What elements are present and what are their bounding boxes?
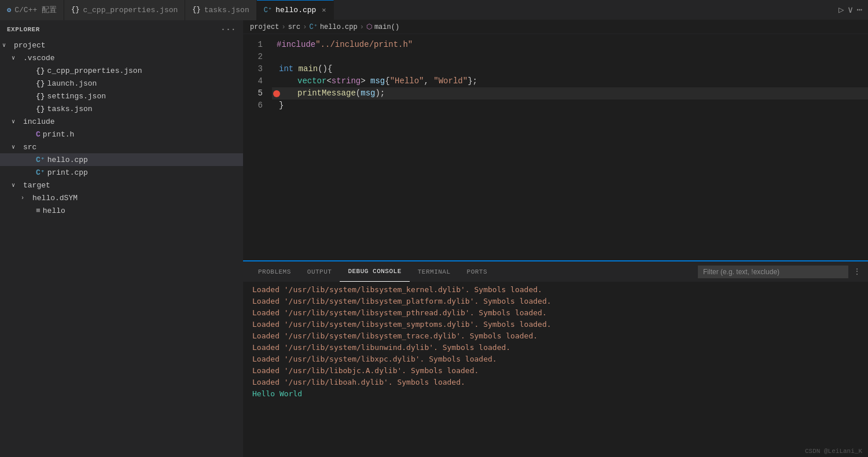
panel-content: Loaded '/usr/lib/system/libsystem_kernel… bbox=[243, 282, 868, 457]
breadcrumb: project › src › C⁺ hello.cpp › ⬡ main() bbox=[243, 20, 868, 34]
cpp-breadcrumb-icon: C⁺ bbox=[309, 23, 317, 31]
sidebar-item-target[interactable]: ∨ target bbox=[0, 179, 243, 191]
ln-1: 1 bbox=[243, 39, 267, 51]
panel-tab-problems-label: PROBLEMS bbox=[258, 268, 291, 275]
panel-tab-debug-console[interactable]: DEBUG CONSOLE bbox=[340, 261, 409, 282]
sidebar-tree: ∨ project ∨ .vscode {} c_cpp_properties.… bbox=[0, 39, 243, 457]
sidebar-item-include-label: include bbox=[23, 117, 55, 126]
tab-cpp-config[interactable]: ⚙ C/C++ 配置 bbox=[0, 0, 64, 20]
tab-c-cpp-properties[interactable]: {} c_cpp_properties.json bbox=[64, 0, 185, 20]
arrow-icon: ∨ bbox=[12, 143, 21, 150]
sidebar-item-print-h-label: print.h bbox=[43, 130, 75, 139]
console-line-9: Loaded '/usr/lib/liboah.dylib'. Symbols … bbox=[243, 377, 868, 388]
panel-tab-output[interactable]: OUTPUT bbox=[299, 261, 340, 282]
tab-close-button[interactable]: ✕ bbox=[322, 6, 326, 14]
breadcrumb-function[interactable]: main() bbox=[374, 23, 399, 31]
sidebar-more-icon[interactable]: ··· bbox=[220, 25, 236, 34]
sidebar-item-hello-bin[interactable]: ≡ hello bbox=[0, 204, 243, 217]
sidebar-item-tasks-json[interactable]: {} tasks.json bbox=[0, 102, 243, 115]
split-icon[interactable]: ⋯ bbox=[856, 4, 862, 16]
panel-tab-terminal-label: TERMINAL bbox=[418, 268, 451, 275]
panel-tabs: PROBLEMS OUTPUT DEBUG CONSOLE TERMINAL P… bbox=[243, 261, 868, 282]
sidebar-item-settings-label: settings.json bbox=[47, 92, 106, 101]
sidebar-item-src[interactable]: ∨ src bbox=[0, 141, 243, 153]
panel-tab-terminal[interactable]: TERMINAL bbox=[410, 261, 459, 282]
json-file-icon-3: {} bbox=[36, 92, 45, 101]
punc-1: (){ bbox=[318, 64, 332, 73]
c-file-icon: C bbox=[36, 130, 41, 139]
punc-paren: ( bbox=[356, 89, 361, 98]
ln-6: 6 bbox=[243, 99, 267, 112]
code-line-3: int main(){ bbox=[272, 63, 868, 75]
sidebar-item-c-cpp-properties[interactable]: {} c_cpp_properties.json bbox=[0, 64, 243, 77]
console-line-2: Loaded '/usr/lib/system/libsystem_platfo… bbox=[243, 296, 868, 307]
sidebar-item-vscode-label: .vscode bbox=[23, 54, 55, 62]
ln-4: 4 bbox=[243, 75, 267, 87]
punc-brace2: }; bbox=[468, 76, 477, 86]
more-icon[interactable]: ∨ bbox=[848, 4, 854, 16]
sidebar-item-vscode[interactable]: ∨ .vscode bbox=[0, 51, 243, 64]
cpp-file-icon-2: C⁺ bbox=[36, 168, 45, 177]
main-area: EXPLORER ··· ∨ project ∨ .vscode {} c_cp… bbox=[0, 20, 868, 457]
panel-tab-debug-label: DEBUG CONSOLE bbox=[348, 268, 401, 275]
str-hello: "Hello" bbox=[390, 76, 424, 86]
console-line-5: Loaded '/usr/lib/system/libsystem_trace.… bbox=[243, 330, 868, 342]
code-line-6: } bbox=[272, 99, 868, 112]
arrow-icon: ∨ bbox=[12, 54, 21, 61]
json-file-icon-2: {} bbox=[36, 79, 45, 88]
breadcrumb-file[interactable]: hello.cpp bbox=[320, 23, 358, 31]
line-numbers: 1 2 3 4 5 6 bbox=[243, 34, 272, 260]
panel-menu-icon[interactable]: ⋮ bbox=[853, 267, 861, 277]
arrow-icon: ∨ bbox=[12, 118, 21, 125]
arrow-icon: ∨ bbox=[2, 42, 12, 49]
sidebar-item-hello-cpp-label: hello.cpp bbox=[47, 156, 88, 164]
kw-string: string bbox=[332, 76, 361, 86]
ln-3: 3 bbox=[243, 63, 267, 75]
sidebar-header: EXPLORER ··· bbox=[0, 20, 243, 39]
panel-filter: ⋮ bbox=[698, 266, 861, 278]
run-icon[interactable]: ▷ bbox=[838, 4, 844, 16]
sidebar-item-settings-json[interactable]: {} settings.json bbox=[0, 90, 243, 102]
console-line-7: Loaded '/usr/lib/system/libxpc.dylib'. S… bbox=[243, 353, 868, 365]
console-line-3: Loaded '/usr/lib/system/libsystem_pthrea… bbox=[243, 307, 868, 319]
tab-label-cpp-config: C/C++ 配置 bbox=[14, 5, 57, 15]
ln-2: 2 bbox=[243, 51, 267, 63]
panel-tab-problems[interactable]: PROBLEMS bbox=[250, 261, 299, 282]
punc-angle-open: < bbox=[326, 76, 331, 86]
sidebar-item-project[interactable]: ∨ project bbox=[0, 39, 243, 51]
tab-bar: ⚙ C/C++ 配置 {} c_cpp_properties.json {} t… bbox=[0, 0, 868, 20]
breadcrumb-src[interactable]: src bbox=[288, 23, 301, 31]
sidebar-item-hello-dsym[interactable]: › hello.dSYM bbox=[0, 191, 243, 204]
sidebar-item-launch-json[interactable]: {} launch.json bbox=[0, 77, 243, 90]
json-icon-2: {} bbox=[192, 6, 200, 14]
code-editor[interactable]: 1 2 3 4 5 6 #include "../include/print.h… bbox=[243, 34, 868, 260]
sidebar-item-include[interactable]: ∨ include bbox=[0, 115, 243, 128]
code-line-5: printMessage(msg); bbox=[272, 87, 868, 99]
kw-vector: vector bbox=[297, 76, 326, 86]
sep2: › bbox=[303, 23, 307, 31]
tab-tasks-json[interactable]: {} tasks.json bbox=[185, 0, 256, 20]
watermark: CSDN @LeiLani_K bbox=[805, 448, 862, 455]
fn-print: printMessage bbox=[297, 89, 356, 98]
sidebar-item-print-cpp[interactable]: C⁺ print.cpp bbox=[0, 166, 243, 179]
tab-label-hello-cpp: hello.cpp bbox=[275, 6, 316, 14]
panel-tab-ports-label: PORTS bbox=[467, 268, 488, 275]
panel-tab-ports[interactable]: PORTS bbox=[459, 261, 496, 282]
sidebar-item-src-label: src bbox=[23, 143, 36, 152]
sidebar-item-hello-cpp[interactable]: C⁺ hello.cpp bbox=[0, 153, 243, 166]
punc-brace: { bbox=[385, 76, 389, 86]
sidebar-item-c-cpp-label: c_cpp_properties.json bbox=[47, 67, 142, 75]
punc-comma: , bbox=[424, 76, 434, 86]
json-file-icon: {} bbox=[36, 67, 45, 75]
sidebar-item-print-h[interactable]: C print.h bbox=[0, 128, 243, 141]
breadcrumb-project[interactable]: project bbox=[250, 23, 279, 31]
sep3: › bbox=[360, 23, 364, 31]
punc-close-brace: } bbox=[277, 99, 284, 112]
tab-actions: ▷ ∨ ⋯ bbox=[833, 4, 868, 16]
console-line-hello: Hello World bbox=[243, 388, 868, 400]
console-line-4: Loaded '/usr/lib/system/libsystem_sympto… bbox=[243, 319, 868, 330]
cpp-file-icon: C⁺ bbox=[36, 155, 45, 164]
tab-hello-cpp[interactable]: C⁺ hello.cpp ✕ bbox=[257, 0, 334, 20]
arrow-icon: ∨ bbox=[12, 182, 21, 189]
filter-input[interactable] bbox=[698, 266, 848, 278]
